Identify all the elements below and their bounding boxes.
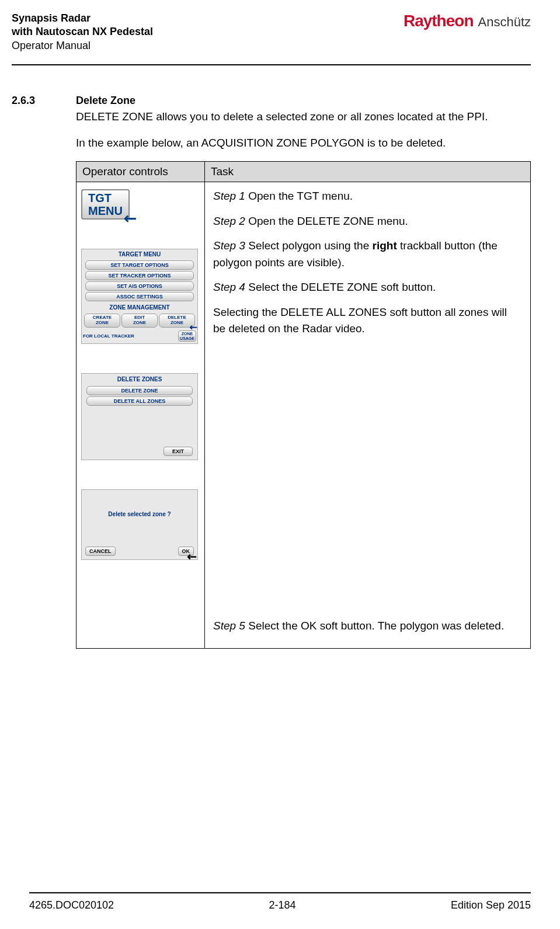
- cursor-pointer-icon: ↖: [120, 208, 141, 229]
- delete-zones-panel: DELETE ZONES DELETE ZONE DELETE ALL ZONE…: [81, 373, 198, 460]
- footer-doc-number: 4265.DOC020102: [29, 899, 114, 911]
- task-cell: Step 1 Open the TGT menu. Step 2 Open th…: [205, 182, 531, 649]
- th-operator-controls: Operator controls: [76, 162, 205, 182]
- step-4: Step 4 Select the DELETE ZONE soft butto…: [213, 279, 522, 296]
- set-target-options-button[interactable]: SET TARGET OPTIONS: [85, 260, 194, 270]
- doc-title-block: Synapsis Radar with Nautoscan NX Pedesta…: [12, 12, 153, 53]
- section-title: Delete Zone: [76, 95, 531, 107]
- intro-para-2: In the example below, an ACQUISITION ZON…: [76, 135, 531, 151]
- footer-page-number: 2-184: [269, 899, 295, 911]
- delete-zones-title: DELETE ZONES: [82, 374, 197, 385]
- footer-edition: Edition Sep 2015: [451, 899, 531, 911]
- step-3: Step 3 Select polygon using the right tr…: [213, 238, 522, 271]
- note: Selecting the DELETE ALL ZONES soft butt…: [213, 304, 522, 337]
- for-local-tracker-label: FOR LOCAL TRACKER: [83, 333, 134, 339]
- assoc-settings-button[interactable]: ASSOC SETTINGS: [85, 292, 194, 301]
- header-divider: [12, 64, 531, 65]
- step-1: Step 1 Open the TGT menu.: [213, 188, 522, 205]
- delete-zone-button[interactable]: DELETEZONE↖: [159, 314, 195, 328]
- set-tracker-options-button[interactable]: SET TRACKER OPTIONS: [85, 271, 194, 280]
- zone-management-title: ZONE MANAGEMENT: [82, 302, 197, 312]
- intro-para-1: DELETE ZONE allows you to delete a selec…: [76, 109, 531, 125]
- create-zone-button[interactable]: CREATEZONE: [84, 314, 120, 328]
- target-menu-panel: TARGET MENU SET TARGET OPTIONS SET TRACK…: [81, 249, 198, 344]
- edit-zone-button[interactable]: EDITZONE: [121, 314, 158, 328]
- tgt-menu-label-line2: MENU: [88, 204, 123, 217]
- exit-button[interactable]: EXIT: [164, 447, 193, 456]
- ok-button[interactable]: OK↖: [178, 547, 194, 556]
- th-task: Task: [205, 162, 531, 182]
- brand-anschutz: Anschütz: [478, 15, 531, 30]
- target-menu-title: TARGET MENU: [82, 249, 197, 259]
- title-line1: Synapsis Radar: [12, 12, 153, 25]
- tgt-menu-label-line1: TGT: [88, 192, 112, 204]
- set-ais-options-button[interactable]: SET AIS OPTIONS: [85, 281, 194, 291]
- step-2: Step 2 Open the DELETE ZONE menu.: [213, 213, 522, 230]
- confirm-prompt: Delete selected zone ?: [85, 493, 194, 547]
- task-table: Operator controls Task TGT MENU ↖: [76, 161, 531, 649]
- cancel-button[interactable]: CANCEL: [85, 547, 116, 556]
- step-5: Step 5 Select the OK soft button. The po…: [213, 618, 522, 635]
- delete-all-zones-soft-button[interactable]: DELETE ALL ZONES: [86, 396, 193, 406]
- title-line2: with Nautoscan NX Pedestal: [12, 25, 153, 39]
- page-footer: 4265.DOC020102 2-184 Edition Sep 2015: [0, 893, 560, 911]
- confirm-dialog: Delete selected zone ? CANCEL OK↖: [81, 489, 198, 560]
- tgt-menu-button[interactable]: TGT MENU ↖: [81, 189, 130, 220]
- section-number: 2.6.3: [12, 95, 76, 107]
- title-line3: Operator Manual: [12, 39, 153, 53]
- brand-raytheon: Raytheon: [404, 12, 474, 30]
- page-header: Synapsis Radar with Nautoscan NX Pedesta…: [12, 12, 531, 64]
- operator-controls-cell: TGT MENU ↖ TARGET MENU SET TARGET OPTION…: [76, 182, 205, 649]
- brand-logo: Raytheon Anschütz: [404, 12, 531, 30]
- delete-zone-soft-button[interactable]: DELETE ZONE: [86, 386, 193, 395]
